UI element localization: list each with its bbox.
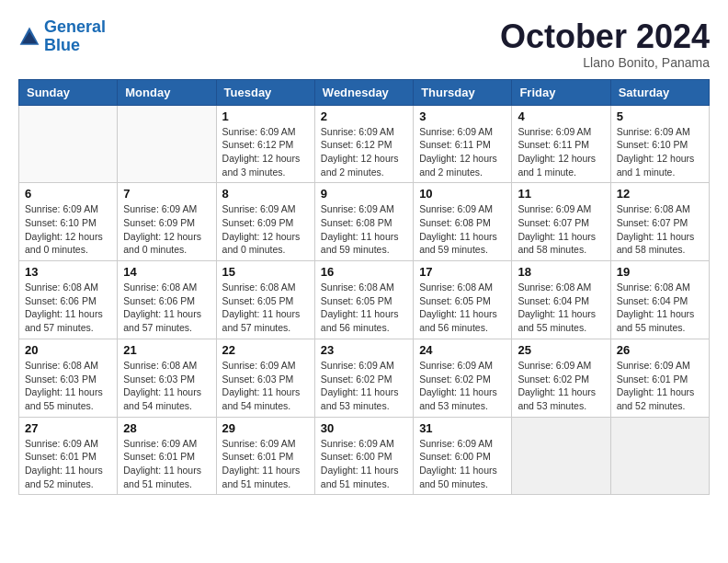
logo: General Blue xyxy=(18,18,106,55)
calendar-cell: 20Sunrise: 6:08 AM Sunset: 6:03 PM Dayli… xyxy=(19,339,118,417)
day-number: 29 xyxy=(222,421,309,435)
calendar-cell xyxy=(118,105,216,183)
weekday-header: Saturday xyxy=(610,79,709,105)
calendar-cell: 7Sunrise: 6:09 AM Sunset: 6:09 PM Daylig… xyxy=(118,183,216,261)
calendar-week-row: 6Sunrise: 6:09 AM Sunset: 6:10 PM Daylig… xyxy=(19,183,710,261)
cell-content: Sunrise: 6:09 AM Sunset: 6:12 PM Dayligh… xyxy=(321,125,407,179)
cell-content: Sunrise: 6:09 AM Sunset: 6:01 PM Dayligh… xyxy=(123,437,210,491)
cell-content: Sunrise: 6:09 AM Sunset: 6:03 PM Dayligh… xyxy=(222,359,309,413)
calendar-cell: 30Sunrise: 6:09 AM Sunset: 6:00 PM Dayli… xyxy=(314,417,413,495)
cell-content: Sunrise: 6:09 AM Sunset: 6:09 PM Dayligh… xyxy=(123,202,210,257)
calendar-cell: 8Sunrise: 6:09 AM Sunset: 6:09 PM Daylig… xyxy=(216,183,314,261)
calendar-cell: 16Sunrise: 6:08 AM Sunset: 6:05 PM Dayli… xyxy=(314,261,413,339)
cell-content: Sunrise: 6:09 AM Sunset: 6:00 PM Dayligh… xyxy=(419,437,506,491)
cell-content: Sunrise: 6:09 AM Sunset: 6:10 PM Dayligh… xyxy=(617,125,703,179)
cell-content: Sunrise: 6:09 AM Sunset: 6:00 PM Dayligh… xyxy=(321,437,407,491)
weekday-header: Sunday xyxy=(19,79,118,105)
calendar-cell: 31Sunrise: 6:09 AM Sunset: 6:00 PM Dayli… xyxy=(414,417,512,495)
day-number: 17 xyxy=(419,265,506,279)
cell-content: Sunrise: 6:09 AM Sunset: 6:01 PM Dayligh… xyxy=(222,437,309,491)
calendar-cell: 10Sunrise: 6:09 AM Sunset: 6:08 PM Dayli… xyxy=(414,183,512,261)
day-number: 11 xyxy=(518,187,604,201)
day-number: 27 xyxy=(25,421,111,435)
cell-content: Sunrise: 6:09 AM Sunset: 6:11 PM Dayligh… xyxy=(419,125,506,179)
cell-content: Sunrise: 6:09 AM Sunset: 6:02 PM Dayligh… xyxy=(321,359,407,413)
calendar-cell: 13Sunrise: 6:08 AM Sunset: 6:06 PM Dayli… xyxy=(19,261,118,339)
calendar-cell xyxy=(19,105,118,183)
cell-content: Sunrise: 6:09 AM Sunset: 6:09 PM Dayligh… xyxy=(222,202,309,257)
cell-content: Sunrise: 6:09 AM Sunset: 6:07 PM Dayligh… xyxy=(518,202,604,257)
month-title: October 2024 xyxy=(500,18,710,55)
calendar-cell: 25Sunrise: 6:09 AM Sunset: 6:02 PM Dayli… xyxy=(512,339,610,417)
cell-content: Sunrise: 6:08 AM Sunset: 6:06 PM Dayligh… xyxy=(25,281,111,335)
cell-content: Sunrise: 6:08 AM Sunset: 6:04 PM Dayligh… xyxy=(617,281,703,335)
day-number: 1 xyxy=(222,109,309,123)
day-number: 2 xyxy=(321,109,407,123)
calendar-cell xyxy=(610,417,709,495)
calendar-week-row: 1Sunrise: 6:09 AM Sunset: 6:12 PM Daylig… xyxy=(19,105,710,183)
day-number: 20 xyxy=(25,343,111,357)
calendar-cell: 14Sunrise: 6:08 AM Sunset: 6:06 PM Dayli… xyxy=(118,261,216,339)
day-number: 24 xyxy=(419,343,506,357)
cell-content: Sunrise: 6:08 AM Sunset: 6:03 PM Dayligh… xyxy=(123,359,210,413)
calendar-cell: 21Sunrise: 6:08 AM Sunset: 6:03 PM Dayli… xyxy=(118,339,216,417)
day-number: 15 xyxy=(222,265,309,279)
calendar-week-row: 13Sunrise: 6:08 AM Sunset: 6:06 PM Dayli… xyxy=(19,261,710,339)
weekday-header: Monday xyxy=(118,79,216,105)
day-number: 8 xyxy=(222,187,309,201)
day-number: 22 xyxy=(222,343,309,357)
cell-content: Sunrise: 6:09 AM Sunset: 6:08 PM Dayligh… xyxy=(419,202,506,257)
calendar-cell: 17Sunrise: 6:08 AM Sunset: 6:05 PM Dayli… xyxy=(414,261,512,339)
day-number: 9 xyxy=(321,187,407,201)
calendar-cell: 18Sunrise: 6:08 AM Sunset: 6:04 PM Dayli… xyxy=(512,261,610,339)
day-number: 4 xyxy=(518,109,604,123)
cell-content: Sunrise: 6:09 AM Sunset: 6:12 PM Dayligh… xyxy=(222,125,309,179)
calendar-table: SundayMondayTuesdayWednesdayThursdayFrid… xyxy=(18,79,710,496)
calendar-week-row: 20Sunrise: 6:08 AM Sunset: 6:03 PM Dayli… xyxy=(19,339,710,417)
calendar-cell: 27Sunrise: 6:09 AM Sunset: 6:01 PM Dayli… xyxy=(19,417,118,495)
day-number: 25 xyxy=(518,343,604,357)
calendar-cell xyxy=(512,417,610,495)
cell-content: Sunrise: 6:09 AM Sunset: 6:01 PM Dayligh… xyxy=(617,359,703,413)
calendar-cell: 29Sunrise: 6:09 AM Sunset: 6:01 PM Dayli… xyxy=(216,417,314,495)
cell-content: Sunrise: 6:08 AM Sunset: 6:06 PM Dayligh… xyxy=(123,281,210,335)
title-area: October 2024 Llano Bonito, Panama xyxy=(500,18,710,70)
calendar-cell: 23Sunrise: 6:09 AM Sunset: 6:02 PM Dayli… xyxy=(314,339,413,417)
day-number: 13 xyxy=(25,265,111,279)
day-number: 19 xyxy=(617,265,703,279)
calendar-cell: 19Sunrise: 6:08 AM Sunset: 6:04 PM Dayli… xyxy=(610,261,709,339)
weekday-header: Thursday xyxy=(414,79,512,105)
calendar-cell: 11Sunrise: 6:09 AM Sunset: 6:07 PM Dayli… xyxy=(512,183,610,261)
cell-content: Sunrise: 6:09 AM Sunset: 6:02 PM Dayligh… xyxy=(419,359,506,413)
calendar-week-row: 27Sunrise: 6:09 AM Sunset: 6:01 PM Dayli… xyxy=(19,417,710,495)
day-number: 12 xyxy=(617,187,703,201)
calendar-header-row: SundayMondayTuesdayWednesdayThursdayFrid… xyxy=(19,79,710,105)
day-number: 3 xyxy=(419,109,506,123)
calendar-cell: 4Sunrise: 6:09 AM Sunset: 6:11 PM Daylig… xyxy=(512,105,610,183)
day-number: 7 xyxy=(123,187,210,201)
day-number: 16 xyxy=(321,265,407,279)
logo-icon xyxy=(18,26,40,48)
calendar-cell: 26Sunrise: 6:09 AM Sunset: 6:01 PM Dayli… xyxy=(610,339,709,417)
cell-content: Sunrise: 6:08 AM Sunset: 6:04 PM Dayligh… xyxy=(518,281,604,335)
calendar-cell: 28Sunrise: 6:09 AM Sunset: 6:01 PM Dayli… xyxy=(118,417,216,495)
day-number: 5 xyxy=(617,109,703,123)
calendar-cell: 2Sunrise: 6:09 AM Sunset: 6:12 PM Daylig… xyxy=(314,105,413,183)
cell-content: Sunrise: 6:09 AM Sunset: 6:01 PM Dayligh… xyxy=(25,437,111,491)
cell-content: Sunrise: 6:09 AM Sunset: 6:11 PM Dayligh… xyxy=(518,125,604,179)
day-number: 23 xyxy=(321,343,407,357)
cell-content: Sunrise: 6:09 AM Sunset: 6:02 PM Dayligh… xyxy=(518,359,604,413)
calendar-cell: 24Sunrise: 6:09 AM Sunset: 6:02 PM Dayli… xyxy=(414,339,512,417)
day-number: 26 xyxy=(617,343,703,357)
day-number: 14 xyxy=(123,265,210,279)
logo-line2: Blue xyxy=(44,36,80,54)
cell-content: Sunrise: 6:08 AM Sunset: 6:07 PM Dayligh… xyxy=(617,202,703,257)
calendar-cell: 5Sunrise: 6:09 AM Sunset: 6:10 PM Daylig… xyxy=(610,105,709,183)
day-number: 10 xyxy=(419,187,506,201)
cell-content: Sunrise: 6:08 AM Sunset: 6:05 PM Dayligh… xyxy=(222,281,309,335)
calendar-cell: 9Sunrise: 6:09 AM Sunset: 6:08 PM Daylig… xyxy=(314,183,413,261)
weekday-header: Wednesday xyxy=(314,79,413,105)
logo-text: General Blue xyxy=(44,18,106,55)
calendar-cell: 6Sunrise: 6:09 AM Sunset: 6:10 PM Daylig… xyxy=(19,183,118,261)
day-number: 6 xyxy=(25,187,111,201)
